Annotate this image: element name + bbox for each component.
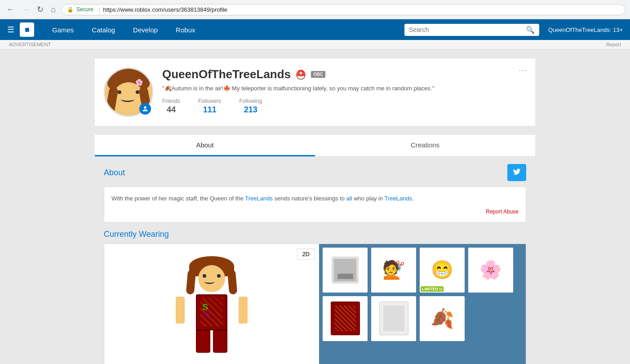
profile-bio: "🍂Autumn is in the air!🍁 My teleporter i… (162, 85, 526, 92)
avatar-container: 🌸 (104, 67, 153, 117)
home-button[interactable]: ⌂ (49, 3, 58, 16)
avatar-badge (139, 103, 151, 115)
list-item[interactable] (323, 248, 368, 293)
list-item[interactable]: 🌸 (468, 248, 513, 293)
profile-card: 🌸 QueenOfTheTreeLands ⛑️ OBC (95, 58, 535, 126)
nav-develop[interactable]: Develop (124, 19, 167, 40)
profile-stats: Friends 44 Followers 111 Following 213 (162, 98, 526, 115)
url-text: https://www.roblox.com/users/363813849/p… (103, 6, 227, 13)
ad-label: ADVERTISEMENT (9, 42, 51, 47)
report-abuse-link[interactable]: Report Abuse (486, 209, 519, 215)
about-description: With the power of her magic staff, the Q… (111, 194, 519, 203)
secure-label: Secure (76, 6, 93, 13)
model-view: 2D (104, 244, 319, 364)
list-item[interactable]: 🍂 (420, 296, 465, 341)
list-item[interactable]: 😁 LIMITED U (420, 248, 465, 293)
main-nav: ☰ ■ Games Catalog Develop Robux 🔍 QueenO… (0, 19, 630, 40)
friends-label: Friends (162, 98, 180, 104)
user-account-label: QueenOfTheTreeLands: 13+ (548, 27, 623, 33)
followers-count: 111 (198, 105, 221, 115)
search-input[interactable] (409, 26, 526, 33)
list-item[interactable] (323, 296, 368, 341)
nav-catalog[interactable]: Catalog (83, 19, 124, 40)
address-bar[interactable]: 🔒 Secure | https://www.roblox.com/users/… (61, 4, 626, 15)
about-section-title: About (104, 168, 125, 178)
roblox-logo[interactable]: ■ (20, 22, 34, 37)
following-label: Following (239, 98, 262, 104)
tab-creations[interactable]: Creations (315, 135, 535, 156)
highlight-treelands2: TreeLands (385, 195, 413, 202)
profile-username: QueenOfTheTreeLands (162, 67, 291, 81)
about-section: About With the power of her magic staff,… (95, 157, 535, 364)
items-grid: 💇 😁 LIMITED U 🌸 (319, 244, 526, 364)
search-icon[interactable]: 🔍 (526, 26, 535, 34)
lock-icon: 🔒 (67, 6, 74, 13)
about-box: With the power of her magic staff, the Q… (104, 186, 526, 222)
tab-about[interactable]: About (95, 135, 315, 156)
wearing-section-title: Currently Wearing (104, 230, 526, 239)
following-count: 213 (239, 105, 262, 115)
followers-stat[interactable]: Followers 111 (198, 98, 221, 115)
nav-items: Games Catalog Develop Robux (43, 19, 400, 40)
list-item[interactable] (371, 296, 416, 341)
hamburger-menu[interactable]: ☰ (7, 25, 14, 35)
highlight-treelands1: TreeLands (245, 195, 273, 202)
highlight-all: all (346, 195, 352, 202)
ad-bar: ADVERTISEMENT Report (0, 40, 630, 49)
helmet-icon: ⛑️ (295, 69, 306, 80)
followers-label: Followers (198, 98, 221, 104)
search-bar: 🔍 (404, 24, 539, 36)
friends-count: 44 (162, 105, 180, 115)
tabs-container: About Creations (95, 135, 535, 157)
separator: | (99, 6, 100, 13)
following-stat[interactable]: Following 213 (239, 98, 262, 115)
friends-stat[interactable]: Friends 44 (162, 98, 180, 115)
forward-button[interactable]: → (20, 3, 31, 16)
nav-robux[interactable]: Robux (167, 19, 204, 40)
view-2d-button[interactable]: 2D (297, 249, 315, 260)
reload-button[interactable]: ↻ (35, 3, 45, 16)
report-abuse-container: Report Abuse (111, 208, 519, 215)
more-options-button[interactable]: ··· (519, 66, 528, 75)
back-button[interactable]: ← (4, 3, 16, 16)
logo-icon: ■ (24, 25, 30, 35)
wearing-container: 2D (104, 244, 526, 364)
nav-games[interactable]: Games (43, 19, 83, 40)
obc-badge: OBC (311, 71, 325, 78)
report-ad-link[interactable]: Report (606, 42, 621, 47)
profile-info: QueenOfTheTreeLands ⛑️ OBC "🍂Autumn is i… (162, 67, 526, 115)
list-item[interactable]: 💇 (371, 248, 416, 293)
limited-badge: LIMITED U (421, 286, 444, 292)
twitter-button[interactable] (507, 164, 526, 181)
